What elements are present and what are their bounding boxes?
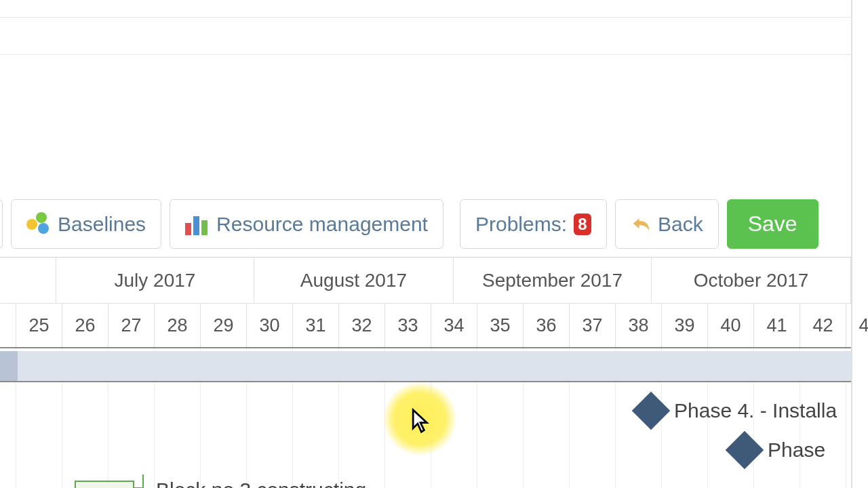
timeline-month: September 2017 [454, 258, 652, 304]
timeline-week: 32 [339, 304, 385, 347]
timeline-week [0, 304, 16, 347]
timeline-week: 43 [846, 304, 868, 347]
task-label: Block no.3 constructing [156, 479, 366, 488]
timeline-week: 29 [201, 304, 247, 347]
timeline-months-row: July 2017August 2017September 2017Octobe… [0, 258, 851, 304]
timeline-week: 42 [800, 304, 846, 347]
timeline-week: 28 [155, 304, 201, 347]
baselines-button[interactable]: Baselines [11, 199, 161, 249]
toolbar: th Baselines Resource management Problem… [0, 199, 851, 249]
divider [0, 17, 851, 18]
bar-chart-icon [185, 214, 210, 235]
timeline-week: 33 [385, 304, 431, 347]
task-connector [142, 474, 144, 488]
timeline-week: 30 [247, 304, 293, 347]
gantt-summary-progress [0, 351, 18, 381]
divider [0, 54, 851, 55]
baselines-label: Baselines [58, 213, 146, 236]
toolbar-button-partial[interactable]: th [0, 199, 3, 249]
timeline-week: 41 [754, 304, 800, 347]
timeline-month: August 2017 [254, 258, 454, 304]
resource-management-label: Resource management [216, 213, 428, 236]
timeline-week: 31 [293, 304, 339, 347]
timeline-week: 40 [708, 304, 754, 347]
timeline-week: 38 [616, 304, 662, 347]
panel-edge [851, 0, 852, 488]
problems-button[interactable]: Problems: 8 [460, 199, 607, 249]
timeline-week: 36 [524, 304, 570, 347]
timeline-week: 39 [662, 304, 708, 347]
diamond-icon [726, 431, 764, 470]
save-button[interactable]: Save [727, 199, 818, 249]
timeline-week: 26 [62, 304, 108, 347]
back-label: Back [658, 213, 703, 236]
milestone-label: Phase 4. - Installa [674, 399, 837, 422]
task-bar-block3[interactable] [75, 481, 134, 488]
timeline-weeks-row: 25262728293031323334353637383940414243 [0, 304, 851, 348]
timeline-week: 27 [108, 304, 155, 347]
timeline-month: July 2017 [56, 258, 254, 304]
cursor-icon [410, 408, 431, 434]
gantt-timeline: July 2017August 2017September 2017Octobe… [0, 257, 851, 348]
problems-count-badge: 8 [574, 214, 591, 235]
timeline-week: 34 [431, 304, 477, 347]
timeline-week: 37 [570, 304, 616, 347]
save-label: Save [748, 211, 797, 237]
problems-label: Problems: [475, 213, 567, 236]
gantt-summary-bar[interactable] [0, 351, 851, 382]
timeline-month: October 2017 [652, 258, 851, 304]
timeline-month-partial [0, 258, 56, 304]
baselines-icon [26, 212, 51, 237]
timeline-week: 25 [16, 304, 62, 347]
back-button[interactable]: Back [615, 199, 719, 249]
timeline-week: 35 [477, 304, 524, 347]
milestone-label: Phase [768, 439, 825, 462]
diamond-icon [632, 392, 671, 430]
milestone-phase4[interactable]: Phase 4. - Installa [637, 397, 837, 424]
resource-management-button[interactable]: Resource management [170, 199, 443, 249]
milestone-phase5[interactable]: Phase [731, 436, 825, 464]
undo-icon [631, 215, 651, 234]
